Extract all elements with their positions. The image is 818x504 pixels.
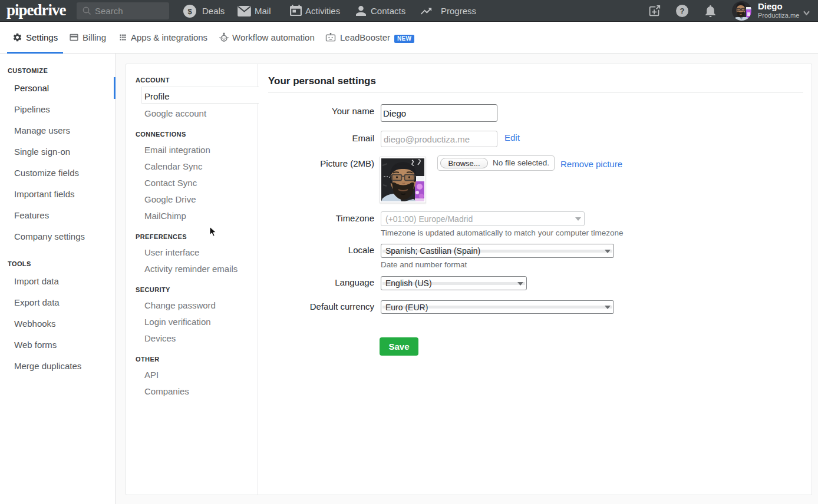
svg-text:?: ?	[680, 6, 684, 15]
svg-text:$: $	[187, 7, 192, 16]
